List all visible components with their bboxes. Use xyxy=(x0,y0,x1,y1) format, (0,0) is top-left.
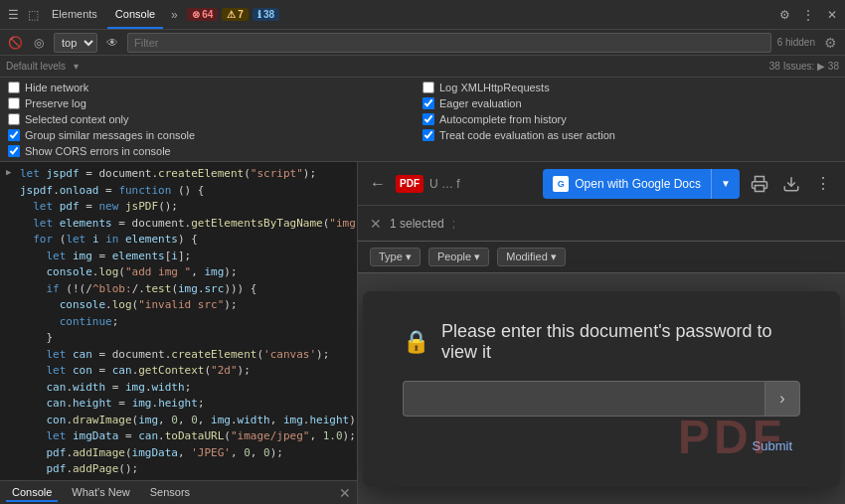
more-tabs-icon[interactable]: » xyxy=(165,6,183,24)
code-line: let pdf = new jsPDF(); xyxy=(0,199,357,216)
devtools-filterbar: 🚫 ◎ top 👁 6 hidden ⚙ xyxy=(0,30,845,56)
preserve-log-check[interactable]: Preserve log xyxy=(8,97,422,109)
password-input[interactable] xyxy=(403,381,764,417)
check-col-left: Hide network Preserve log Selected conte… xyxy=(8,82,422,157)
print-button[interactable] xyxy=(746,170,773,198)
sheet-strip: ✕ 1 selected ; xyxy=(358,206,845,242)
open-with-label: Open with Google Docs xyxy=(575,177,701,191)
devtools-tab-group: ☰ ⬚ Elements Console » xyxy=(4,1,183,29)
levels-dropdown[interactable]: ▾ xyxy=(74,61,79,72)
devtools-levelsbar: Default levels ▾ 38 Issues: ▶ 38 xyxy=(0,56,845,78)
code-line: } xyxy=(0,330,357,347)
password-go-button[interactable]: › xyxy=(764,381,800,417)
code-line: console.log("add img ", img); xyxy=(0,264,357,281)
open-with-main[interactable]: G Open with Google Docs xyxy=(543,169,711,199)
eager-eval-check[interactable]: Eager evaluation xyxy=(422,97,837,109)
password-overlay: 🔒 Please enter this document's password … xyxy=(358,273,845,504)
devtools-close-icon[interactable]: ✕ xyxy=(823,6,841,24)
autocomplete-check[interactable]: Autocomplete from history xyxy=(422,113,837,125)
devtools-checkbar: Hide network Preserve log Selected conte… xyxy=(0,78,845,162)
download-button[interactable] xyxy=(777,170,805,198)
code-line: let elements = document.getElementsByTag… xyxy=(0,216,357,233)
sheet-close-icon[interactable]: ✕ xyxy=(370,216,382,232)
devtools-icons: ⚙ ⋮ ✕ xyxy=(775,6,841,24)
submit-button[interactable]: Submit xyxy=(745,434,800,457)
eager-eval-checkbox[interactable] xyxy=(422,97,434,109)
eye-icon[interactable]: 👁 xyxy=(103,34,121,52)
log-xml-checkbox[interactable] xyxy=(422,82,434,93)
lock-icon: 🔒 xyxy=(403,329,429,355)
type-tag[interactable]: Type ▾ xyxy=(370,248,421,266)
code-line: pdf.addPage(); xyxy=(0,461,357,478)
selected-count-label: 1 selected xyxy=(390,217,444,231)
modified-tag[interactable]: Modified ▾ xyxy=(497,248,566,266)
main-content: let jspdf = document.createElement("scri… xyxy=(0,162,845,504)
tab-console-bottom[interactable]: Console xyxy=(6,484,58,502)
console-close-icon[interactable]: ✕ xyxy=(339,485,351,501)
group-similar-checkbox[interactable] xyxy=(8,129,20,141)
code-line: } xyxy=(0,478,357,481)
warning-icon: ⚠ xyxy=(227,9,236,20)
issues-label: 38 Issues: ▶ 38 xyxy=(769,61,839,72)
code-line: pdf.addImage(imgData, 'JPEG', 0, 0); xyxy=(0,445,357,462)
hidden-count: 6 hidden xyxy=(777,37,815,48)
people-tag[interactable]: People ▾ xyxy=(428,248,489,266)
show-cors-check[interactable]: Show CORS errors in console xyxy=(8,145,422,157)
svg-rect-0 xyxy=(756,185,764,191)
clear-console-icon[interactable]: 🚫 xyxy=(6,34,24,52)
console-panel: let jspdf = document.createElement("scri… xyxy=(0,162,358,504)
url-display: U … f xyxy=(429,177,460,191)
devtools-toggle-icon[interactable]: ☰ xyxy=(4,6,22,24)
info-icon: ℹ xyxy=(257,9,261,20)
hide-network-check[interactable]: Hide network xyxy=(8,82,422,93)
tab-whats-new[interactable]: What's New xyxy=(66,484,135,502)
code-line: jspdf.onload = function () { xyxy=(0,183,357,200)
password-input-row: › xyxy=(403,381,800,417)
context-dropdown[interactable]: top xyxy=(54,33,97,53)
code-line: let img = elements[i]; xyxy=(0,249,357,265)
info-badge: ℹ 38 xyxy=(253,8,279,21)
chevron-down-icon: ▼ xyxy=(721,178,731,189)
code-line: let can = document.createElement('canvas… xyxy=(0,347,357,364)
more-options-button[interactable]: ⋮ xyxy=(809,170,837,198)
open-with-button[interactable]: G Open with Google Docs ▼ xyxy=(543,169,740,199)
tab-sensors[interactable]: Sensors xyxy=(144,484,196,502)
code-line: console.log("invalid src"); xyxy=(0,297,357,314)
group-similar-check[interactable]: Group similar messages in console xyxy=(8,129,422,141)
code-line: can.height = img.height; xyxy=(0,396,357,413)
tab-elements[interactable]: Elements xyxy=(44,1,105,29)
selected-context-check[interactable]: Selected context only xyxy=(8,113,422,125)
log-xml-check[interactable]: Log XMLHttpRequests xyxy=(422,82,837,93)
selected-context-checkbox[interactable] xyxy=(8,113,20,125)
code-line: for (let i in elements) { xyxy=(0,232,357,249)
code-line: can.width = img.width; xyxy=(0,380,357,397)
open-with-dropdown-button[interactable]: ▼ xyxy=(712,169,740,199)
inspect-icon[interactable]: ⬚ xyxy=(24,6,42,24)
levels-label: Default levels xyxy=(6,61,66,72)
console-body[interactable]: let jspdf = document.createElement("scri… xyxy=(0,162,357,480)
semicolon-icon: ; xyxy=(452,217,455,231)
settings-icon[interactable]: ⚙ xyxy=(775,6,793,24)
filter-settings-icon[interactable]: ⚙ xyxy=(821,34,839,52)
tab-console[interactable]: Console xyxy=(107,1,163,29)
console-bottombar: Console What's New Sensors ✕ xyxy=(0,480,357,504)
warning-badge: ⚠ 7 xyxy=(222,8,249,21)
check-col-right: Log XMLHttpRequests Eager evaluation Aut… xyxy=(422,82,837,157)
error-icon: ⊗ xyxy=(192,9,200,20)
treat-code-check[interactable]: Treat code evaluation as user action xyxy=(422,129,837,141)
code-line: let jspdf = document.createElement("scri… xyxy=(0,166,357,183)
filter-icon[interactable]: ◎ xyxy=(30,34,48,52)
treat-code-checkbox[interactable] xyxy=(422,129,434,141)
back-button[interactable]: ← xyxy=(366,172,390,196)
browser-topbar: ← PDF U … f G Open with Google Docs ▼ xyxy=(358,162,845,206)
code-line: let imgData = can.toDataURL("image/jpeg"… xyxy=(0,428,357,445)
autocomplete-checkbox[interactable] xyxy=(422,113,434,125)
browser-panel: ← PDF U … f G Open with Google Docs ▼ xyxy=(358,162,845,504)
hide-network-checkbox[interactable] xyxy=(8,82,20,93)
preserve-log-checkbox[interactable] xyxy=(8,97,20,109)
show-cors-checkbox[interactable] xyxy=(8,145,20,157)
sheet-tagbar: Type ▾ People ▾ Modified ▾ xyxy=(358,242,845,273)
filter-input[interactable] xyxy=(127,33,771,53)
devtools-more-icon[interactable]: ⋮ xyxy=(799,6,817,24)
error-badge: ⊗ 64 xyxy=(187,8,218,21)
